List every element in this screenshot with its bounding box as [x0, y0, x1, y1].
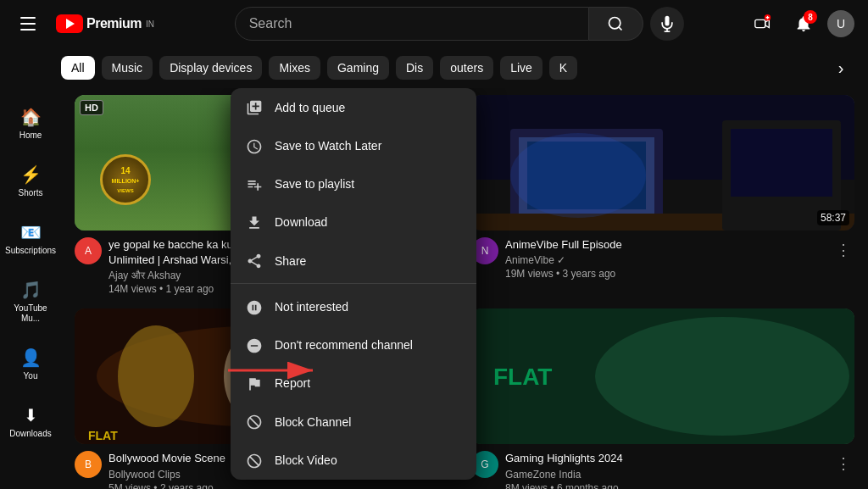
block-video-icon — [244, 451, 264, 469]
report-flag-icon — [244, 375, 264, 392]
premium-label: Premium — [86, 16, 142, 31]
sidebar-item-downloads-label: Downloads — [9, 429, 51, 439]
video-meta-4: G Gaming Highlights 2024 GameZone India … — [471, 451, 854, 489]
block-channel-label: Block Channel — [275, 415, 463, 429]
tab-mixes[interactable]: Mixes — [269, 56, 320, 80]
save-to-playlist-label: Save to playlist — [275, 177, 463, 191]
tab-all[interactable]: All — [61, 56, 95, 80]
sidebar-item-you-label: You — [24, 371, 38, 381]
share-label: Share — [275, 254, 463, 268]
video-channel-2: AnimeVibe ✓ — [505, 254, 826, 266]
sidebar-item-shorts-label: Shorts — [19, 188, 43, 198]
tab-live[interactable]: Live — [500, 56, 542, 80]
video-card-4[interactable]: FLAT G Gaming Highlights 2024 GameZone I… — [465, 302, 861, 489]
more-options-button-2[interactable]: ⋮ — [832, 237, 854, 263]
search-bar — [235, 7, 684, 41]
video-title-4: Gaming Highlights 2024 — [505, 451, 826, 466]
video-card-2[interactable]: 58:37 N AnimeVibe Full Episode AnimeVibe… — [465, 88, 861, 302]
sidebar-item-subscriptions-label: Subscriptions — [5, 246, 56, 256]
main-layout: 🏠 Home ⚡ Shorts 📧 Subscriptions 🎵 YouTub… — [0, 88, 868, 489]
search-button[interactable] — [589, 7, 643, 41]
sidebar-item-home[interactable]: 🏠 Home — [3, 95, 58, 149]
add-to-queue-icon — [244, 98, 264, 116]
video-duration-2: 58:37 — [817, 210, 849, 225]
header-left: PremiumIN — [14, 10, 200, 37]
add-to-queue-label: Add to queue — [275, 101, 463, 114]
menu-item-save-to-watch-later[interactable]: Save to Watch Later — [231, 126, 476, 164]
video-meta-2: N AnimeVibe Full Episode AnimeVibe ✓ 19M… — [471, 237, 854, 280]
context-menu: Add to queue Save to Watch Later Save to… — [231, 88, 476, 480]
content-area: 14MILLION+VIEWS HD shemaroo 27:20 A ye g… — [61, 88, 868, 489]
sidebar-item-subscriptions[interactable]: 📧 Subscriptions — [3, 210, 58, 264]
youtube-logo-icon — [56, 14, 83, 33]
video-stats-3: 5M views • 2 years ago — [108, 482, 429, 489]
menu-item-dont-recommend[interactable]: Don't recommend channel — [231, 326, 476, 364]
video-thumb-4: FLAT — [471, 308, 854, 444]
menu-item-add-to-queue[interactable]: Add to queue — [231, 88, 476, 126]
header: PremiumIN — [0, 0, 868, 47]
search-input[interactable] — [249, 16, 575, 31]
menu-item-report[interactable]: Report — [231, 364, 476, 403]
menu-item-download[interactable]: Download — [231, 203, 476, 242]
create-button[interactable] — [746, 7, 780, 41]
svg-rect-32 — [731, 129, 832, 197]
thumb-dark-scene — [471, 95, 854, 231]
video-info-2: AnimeVibe Full Episode AnimeVibe ✓ 19M v… — [505, 237, 826, 280]
mic-button[interactable] — [650, 7, 684, 41]
menu-item-block-video[interactable]: Block Video — [231, 441, 476, 479]
svg-point-33 — [510, 133, 646, 218]
sidebar-item-downloads[interactable]: ⬇ Downloads — [3, 393, 58, 447]
youtube-music-icon: 🎵 — [20, 280, 42, 300]
menu-item-save-to-playlist[interactable]: Save to playlist — [231, 165, 476, 203]
svg-text:FLAT: FLAT — [493, 364, 552, 390]
download-label: Download — [275, 215, 463, 229]
subscriptions-icon: 📧 — [20, 222, 42, 242]
dont-recommend-icon — [244, 336, 264, 354]
tab-music[interactable]: Music — [102, 56, 153, 80]
tab-k[interactable]: K — [549, 56, 577, 80]
sidebar-item-youtube-music-label: YouTube Mu... — [10, 303, 51, 324]
avatar[interactable]: U — [827, 10, 854, 37]
video-stats-2: 19M views • 3 years ago — [505, 268, 826, 280]
mic-icon — [659, 15, 676, 32]
menu-item-block-channel[interactable]: Block Channel — [231, 403, 476, 441]
video-channel-4: GameZone India — [505, 469, 826, 481]
channel-avatar-1: A — [75, 237, 102, 264]
notifications-button[interactable]: 8 — [787, 7, 821, 41]
more-options-button-4[interactable]: ⋮ — [832, 451, 854, 476]
sidebar-item-shorts[interactable]: ⚡ Shorts — [3, 153, 58, 207]
tabs-next-arrow[interactable]: › — [827, 54, 854, 81]
sidebar-item-youtube-music[interactable]: 🎵 YouTube Mu... — [3, 268, 58, 332]
report-label: Report — [275, 376, 463, 390]
playlist-add-icon — [244, 175, 264, 193]
header-right: 8 U — [746, 7, 854, 41]
menu-divider-1 — [231, 283, 476, 284]
downloads-icon: ⬇ — [24, 405, 38, 425]
tab-outers[interactable]: outers — [440, 56, 493, 80]
sidebar-item-home-label: Home — [19, 131, 42, 141]
clock-icon — [244, 136, 264, 154]
svg-point-42 — [595, 317, 849, 436]
menu-item-share[interactable]: Share — [231, 242, 476, 280]
tab-display-devices[interactable]: Display devices — [159, 56, 262, 80]
you-icon: 👤 — [20, 347, 42, 368]
svg-line-1 — [619, 27, 622, 31]
channel-avatar-3: B — [75, 451, 102, 478]
home-icon: 🏠 — [20, 107, 42, 127]
block-channel-icon — [244, 413, 264, 431]
svg-text:FLAT: FLAT — [88, 429, 118, 442]
logo[interactable]: PremiumIN — [56, 14, 154, 33]
video-info-4: Gaming Highlights 2024 GameZone India 8M… — [505, 451, 826, 489]
menu-item-not-interested[interactable]: Not interested — [231, 287, 476, 325]
menu-button[interactable] — [14, 10, 42, 37]
dont-recommend-label: Don't recommend channel — [275, 338, 463, 352]
sidebar-item-you[interactable]: 👤 You — [3, 336, 58, 390]
download-icon — [244, 214, 264, 231]
video-thumb-2: 58:37 — [471, 95, 854, 231]
svg-point-0 — [609, 18, 620, 29]
tab-dis[interactable]: Dis — [396, 56, 433, 80]
search-input-wrapper — [235, 7, 589, 41]
save-to-watch-later-label: Save to Watch Later — [275, 139, 463, 153]
shorts-icon: ⚡ — [20, 164, 42, 185]
tab-gaming[interactable]: Gaming — [327, 56, 389, 80]
